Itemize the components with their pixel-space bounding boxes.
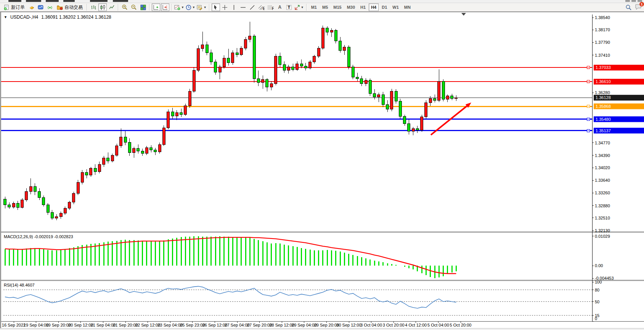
line-chart-icon [109, 5, 115, 10]
template-icon [197, 5, 203, 10]
arrows-tool-button[interactable]: ▼ [294, 3, 304, 11]
svg-text:1.38540: 1.38540 [595, 15, 610, 20]
market-watch-button[interactable] [27, 3, 36, 11]
periods-button[interactable]: ▼ [185, 3, 196, 11]
trendline-tool-button[interactable] [248, 3, 257, 11]
svg-text:1.35868: 1.35868 [596, 104, 611, 109]
timeframe-h1-button[interactable]: H1 [358, 3, 368, 11]
timeframe-h4-button[interactable]: H4 [369, 3, 379, 11]
toolbar: 新订单 自动交易 [0, 3, 644, 12]
rsi-indicator-label: RSI(14) 48.4607 [4, 283, 35, 287]
horizontal-line-tool-button[interactable] [239, 3, 247, 11]
toolbar-separator [118, 4, 119, 11]
timeframe-m15-button[interactable]: M15 [331, 3, 344, 11]
candlestick-icon [100, 5, 106, 10]
svg-text:1.37410: 1.37410 [595, 53, 610, 58]
auto-trading-label: 自动交易 [64, 4, 83, 11]
zoom-out-button[interactable] [130, 3, 138, 11]
collapse-triangle-icon[interactable]: ▼ [4, 15, 7, 19]
svg-text:1.34020: 1.34020 [595, 165, 610, 170]
svg-text:1.37790: 1.37790 [595, 40, 610, 45]
chart-window[interactable]: ▼ USDCAD-,H4 1.36091 1.36202 1.36024 1.3… [0, 12, 644, 328]
svg-text:E: E [263, 6, 265, 10]
svg-text:21 Sep 20:00: 21 Sep 20:00 [113, 323, 138, 327]
timeframe-d1-button[interactable]: D1 [379, 3, 389, 11]
clipped-menubar [0, 0, 644, 3]
svg-text:0.00: 0.00 [595, 263, 603, 268]
tile-windows-button[interactable] [139, 3, 147, 11]
text-label-icon: T [286, 5, 292, 10]
svg-text:3 Oct 04:00: 3 Oct 04:00 [360, 323, 382, 327]
crosshair-tool-button[interactable] [221, 3, 229, 11]
svg-text:19 Sep 20:00: 19 Sep 20:00 [46, 323, 71, 327]
text-label-tool-button[interactable]: T [285, 3, 293, 11]
svg-text:1.35480: 1.35480 [596, 117, 611, 122]
chart-title: ▼ USDCAD-,H4 1.36091 1.36202 1.36024 1.3… [4, 14, 111, 20]
notification-badge: 1 [639, 2, 644, 6]
timeframe-w1-button[interactable]: W1 [390, 3, 401, 11]
auto-trading-button[interactable]: 自动交易 [55, 3, 85, 11]
timeframe-group: M1M5M15M30H1H4D1W1MN [308, 3, 413, 11]
svg-text:1.32510: 1.32510 [595, 216, 610, 220]
clipped-menu-item [113, 0, 128, 2]
cursor-tool-button[interactable] [212, 3, 220, 11]
svg-text:0.01029: 0.01029 [595, 234, 610, 239]
svg-text:1.33640: 1.33640 [595, 178, 610, 183]
ohlc-bars-icon [91, 5, 96, 10]
timeframe-m30-button[interactable]: M30 [345, 3, 357, 11]
toolbar-separator [171, 4, 172, 11]
svg-text:80: 80 [595, 288, 599, 292]
clipped-menu-item [46, 0, 59, 2]
tile-windows-icon [140, 5, 146, 10]
svg-text:1.34770: 1.34770 [595, 141, 610, 145]
clipped-menu-item [90, 0, 108, 2]
mt4-terminal: { "toolbar": { "new_order_label": "新订单",… [0, 0, 644, 330]
svg-text:16 Sep 2022: 16 Sep 2022 [2, 323, 26, 327]
svg-text:20 Sep 12:00: 20 Sep 12:00 [68, 323, 93, 327]
terminal-button[interactable] [37, 3, 45, 11]
clipped-menu-item [26, 0, 41, 2]
sound-button[interactable] [46, 3, 54, 11]
templates-button[interactable]: ▼ [196, 3, 207, 11]
line-chart-mode-button[interactable] [108, 3, 116, 11]
sound-icon [47, 5, 53, 10]
indicators-button[interactable]: ▼ [174, 3, 185, 11]
horizontal-line-icon [240, 5, 246, 10]
toolbar-separator [209, 4, 210, 11]
chart-shift-button[interactable] [161, 3, 169, 11]
timeframe-m5-button[interactable]: M5 [320, 3, 330, 11]
timeframe-m1-button[interactable]: M1 [309, 3, 319, 11]
svg-text:1.32880: 1.32880 [595, 203, 610, 208]
auto-trading-icon [57, 5, 63, 10]
svg-text:23 Sep 04:00: 23 Sep 04:00 [157, 323, 182, 327]
new-order-button[interactable]: 新订单 [2, 3, 27, 11]
text-tool-label: A [278, 5, 281, 10]
chart-symbol-period: USDCAD-,H4 [10, 14, 38, 20]
bar-chart-mode-button[interactable] [89, 3, 98, 11]
zoom-out-icon [131, 4, 137, 10]
svg-text:1.36610: 1.36610 [596, 79, 611, 84]
chart-canvas[interactable]: 1.385401.381701.377901.374101.362801.347… [1, 12, 644, 328]
candlestick-mode-button[interactable] [98, 3, 107, 11]
fibonacci-tool-button[interactable]: F [267, 3, 275, 11]
chevron-down-icon: ▼ [204, 6, 207, 9]
svg-text:T: T [287, 5, 290, 10]
svg-text:1.38170: 1.38170 [595, 27, 610, 32]
new-order-label: 新订单 [11, 4, 25, 11]
search-icon[interactable] [625, 4, 632, 11]
channel-tool-button[interactable]: E [257, 3, 266, 11]
text-tool-button[interactable]: A [276, 3, 284, 11]
svg-text:1.32130: 1.32130 [595, 228, 610, 233]
svg-text:1.36128: 1.36128 [596, 95, 611, 100]
arrow-objects-icon [294, 5, 300, 10]
chevron-down-icon: ▼ [181, 6, 184, 9]
zoom-in-button[interactable] [120, 3, 129, 11]
cursor-icon [213, 5, 218, 10]
vertical-line-tool-button[interactable] [230, 3, 238, 11]
timeframe-mn-button[interactable]: MN [402, 3, 413, 11]
auto-scroll-icon [153, 5, 159, 10]
notifications-button[interactable]: 1 [635, 3, 642, 11]
auto-scroll-button[interactable] [152, 3, 160, 11]
toolbar-separator [87, 4, 87, 11]
terminal-icon [38, 5, 44, 10]
